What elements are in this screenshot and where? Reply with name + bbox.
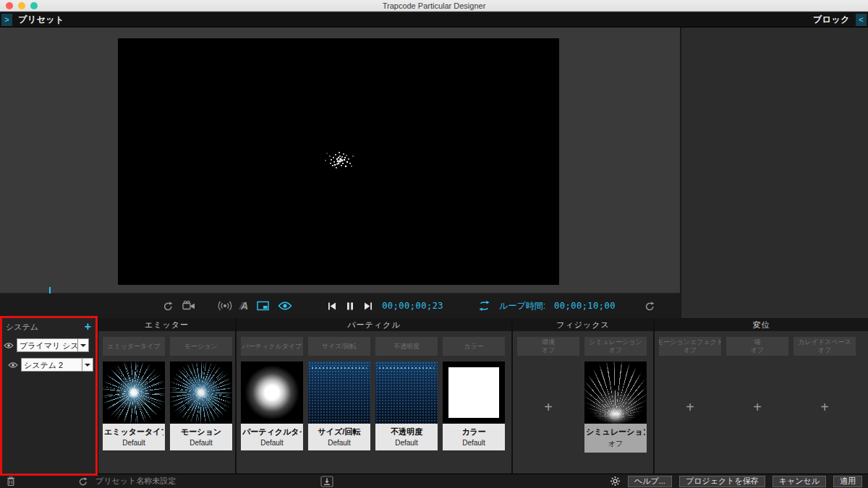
fit-to-screen-icon[interactable]	[257, 301, 269, 311]
preview-visibility-eye-icon[interactable]	[278, 301, 292, 311]
thumbnail-particle-trails	[584, 361, 647, 424]
chevron-down-icon[interactable]	[82, 359, 93, 371]
blocks-collapse-icon[interactable]: <	[856, 14, 867, 26]
tab-line2: オフ	[609, 346, 622, 354]
presets-collapse-icon[interactable]: >	[1, 14, 12, 26]
tab-line1: エミッタータイプ	[107, 343, 160, 351]
preview-area: A 00;00;00;23 ループ時間: 00;00;10;00	[0, 27, 680, 318]
playhead-marker[interactable]	[49, 287, 51, 294]
chevron-down-icon[interactable]	[77, 339, 88, 351]
motion-blur-icon[interactable]: A	[241, 300, 248, 312]
param-tab: サイズ/回転	[308, 337, 370, 356]
add-block-button[interactable]: +	[659, 361, 721, 453]
plus-icon: +	[753, 399, 762, 416]
block-card-emitter-type[interactable]: エミッタータイプ Default	[103, 361, 165, 450]
tab-line2: オフ	[818, 346, 831, 354]
import-preset-icon[interactable]	[320, 476, 333, 487]
loop-timecode[interactable]: 00;00;10;00	[554, 301, 616, 311]
visibility-eye-icon[interactable]	[8, 361, 18, 369]
card-subtitle: Default	[242, 439, 302, 447]
tab-line1: パーティクルタイプ	[242, 343, 302, 351]
card-title: シミュレーション	[586, 427, 645, 437]
tab-line1: サイズ/回転	[322, 343, 357, 351]
trash-icon[interactable]	[6, 476, 16, 487]
tab-line1: 不透明度	[393, 343, 420, 351]
card-subtitle: Default	[104, 439, 163, 447]
add-block-button[interactable]: +	[793, 361, 856, 453]
visibility-eye-icon[interactable]	[4, 342, 14, 349]
emitter-visibility-icon[interactable]	[218, 300, 232, 312]
card-title: パーティクルタイプ	[242, 427, 302, 437]
pause-icon[interactable]	[346, 301, 354, 311]
apply-button[interactable]: 適用	[833, 476, 862, 487]
card-subtitle: Default	[377, 439, 436, 447]
cancel-button[interactable]: キャンセル	[773, 476, 826, 487]
skip-to-start-icon[interactable]	[327, 301, 337, 311]
block-card-size-rotation[interactable]: サイズ/回転 Default	[308, 361, 370, 450]
next-frame-icon[interactable]	[363, 301, 373, 311]
preview-timeline[interactable]	[0, 286, 680, 294]
thumbnail-curve-panel	[308, 361, 370, 424]
card-title: エミッタータイプ	[104, 427, 163, 437]
window-title: Trapcode Particular Designer	[0, 1, 868, 10]
section-title: エミッター	[98, 318, 235, 331]
save-project-button[interactable]: プロジェクトを保存	[679, 476, 765, 487]
thumbnail-soft-sphere	[241, 361, 303, 424]
section-title: 変位	[655, 318, 868, 331]
loop-icon[interactable]	[478, 301, 490, 311]
plus-icon: +	[686, 399, 694, 416]
card-subtitle: Default	[171, 439, 231, 447]
param-tab: シミュレーションオフ	[584, 337, 647, 356]
gear-icon[interactable]	[610, 476, 621, 487]
system-panel-title: システム	[6, 322, 38, 333]
thumbnail-curve-panel	[375, 361, 438, 424]
section-title: フィジックス	[513, 318, 653, 331]
section-particle: パーティクル パーティクルタイプ パーティクルタイプ Default	[237, 318, 511, 474]
system-select[interactable]: システム 2	[21, 358, 93, 372]
tab-line2: オフ	[542, 346, 555, 354]
section-title: パーティクル	[237, 318, 511, 331]
system-row: プライマリ システム	[0, 335, 97, 355]
camera-export-icon[interactable]	[182, 301, 196, 311]
add-block-button[interactable]: +	[517, 361, 579, 453]
block-card-motion[interactable]: モーション Default	[170, 361, 232, 450]
help-button[interactable]: ヘルプ...	[628, 476, 672, 487]
preset-name-field[interactable]: プリセット名称未設定	[95, 476, 176, 487]
presets-panel-label[interactable]: プリセット	[18, 14, 64, 26]
block-card-particle-type[interactable]: パーティクルタイプ Default	[241, 361, 303, 450]
card-subtitle: Default	[444, 439, 503, 447]
param-tab: パーティクルタイプ	[241, 337, 303, 356]
tab-line1: モーションエフェクト	[659, 338, 721, 346]
bottom-action-bar: プリセット名称未設定 ヘルプ... プロジェクトを保存 キャンセル 適用	[0, 474, 868, 488]
system-panel: システム + プライマリ システム システム 2	[0, 318, 97, 474]
panel-header-bar: > プリセット ブロック <	[0, 12, 868, 27]
system-row: システム 2	[0, 355, 97, 374]
block-card-opacity[interactable]: 不透明度 Default	[375, 361, 438, 450]
block-card-simulation[interactable]: シミュレーション オフ	[584, 361, 647, 453]
preview-canvas[interactable]	[118, 38, 559, 285]
param-tab: モーションエフェクトオフ	[659, 337, 721, 356]
param-tab: 場オフ	[726, 337, 788, 356]
card-title: 不透明度	[377, 427, 436, 437]
undo-icon[interactable]	[78, 476, 88, 487]
blocks-panel-label[interactable]: ブロック	[813, 14, 850, 26]
card-subtitle: オフ	[586, 439, 645, 449]
undo-icon[interactable]	[163, 301, 174, 312]
system-select[interactable]: プライマリ システム	[17, 338, 89, 352]
param-tab: カラー	[443, 337, 505, 356]
add-system-icon[interactable]: +	[85, 322, 91, 332]
system-select-value: プライマリ システム	[17, 339, 77, 351]
system-select-value: システム 2	[22, 359, 82, 371]
block-card-color[interactable]: カラー Default	[443, 361, 505, 450]
add-block-button[interactable]: +	[726, 361, 788, 453]
blocks-panel	[680, 27, 868, 318]
tab-line1: カレイドスペース	[798, 338, 851, 346]
blocks-region: システム + プライマリ システム システム 2 エミッター	[0, 318, 868, 474]
reset-loop-icon[interactable]	[644, 301, 655, 312]
thumbnail-firework-burst	[170, 361, 232, 424]
param-tab: 環境オフ	[517, 337, 579, 356]
param-tab: モーション	[170, 337, 232, 356]
plus-icon: +	[820, 399, 829, 416]
card-title: サイズ/回転	[310, 427, 369, 437]
card-title: カラー	[444, 427, 503, 437]
